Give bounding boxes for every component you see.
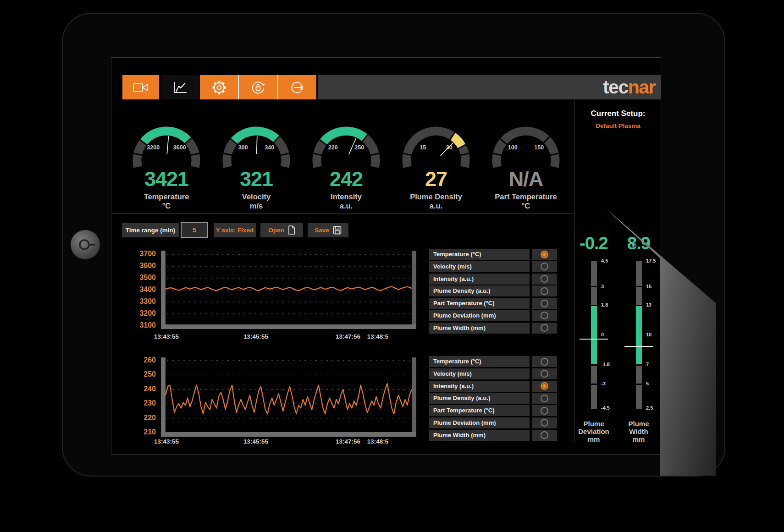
svg-text:30: 30	[446, 144, 453, 151]
y-axis-label: 3600	[130, 262, 156, 271]
channel-row[interactable]: Plume Density (a.u.)	[429, 393, 530, 404]
gauge-value: 27	[425, 169, 447, 190]
time-range-input[interactable]: 5	[181, 222, 208, 238]
channel-radio-cell[interactable]	[532, 298, 557, 309]
toolbar-separator	[238, 75, 239, 99]
channel-row[interactable]: Part Temperature (°C)	[429, 405, 530, 416]
open-button[interactable]: Open	[260, 223, 303, 237]
radio-button[interactable]	[541, 275, 548, 283]
y-axis-label: 220	[130, 414, 156, 423]
gauge-label: Velocity	[242, 192, 271, 201]
gauge-temperature: 320036003421Temperature°C	[121, 121, 211, 210]
radio-button[interactable]	[541, 395, 548, 402]
gauge-label: Temperature	[144, 192, 189, 201]
y-axis-label: 3700	[130, 250, 156, 259]
x-axis-time-label: 13:43:55	[154, 333, 179, 340]
app-screen: tecnar Current Setup: Default-Plasma Tim…	[111, 57, 661, 455]
y-axis-label: 240	[130, 385, 156, 394]
svg-text:220: 220	[328, 144, 338, 151]
radio-button[interactable]	[541, 358, 548, 366]
radio-button[interactable]	[541, 312, 548, 319]
radio-button-selected[interactable]	[541, 251, 548, 258]
channel-row[interactable]: Plume Deviation (mm)	[429, 310, 530, 321]
radio-button[interactable]	[541, 324, 548, 332]
channel-row[interactable]: Velocity (m/s)	[429, 368, 530, 379]
channel-radio-cell[interactable]	[532, 381, 557, 392]
gauge-unit: °C	[522, 202, 530, 210]
tablet-frame: tecnar Current Setup: Default-Plasma Tim…	[62, 13, 725, 477]
gauge-arc: 220250	[305, 121, 387, 168]
meter-needle	[580, 339, 608, 340]
y-axis-label: 210	[130, 428, 156, 437]
y-axis-label: 260	[130, 356, 156, 365]
toolbar-button-exit[interactable]	[278, 75, 316, 99]
radio-button[interactable]	[541, 287, 548, 295]
radio-button[interactable]	[541, 419, 548, 427]
tablet-side-button[interactable]	[71, 230, 100, 259]
channel-radio-cell[interactable]	[532, 285, 557, 296]
y-axis-label: 3300	[130, 297, 156, 307]
channel-row[interactable]: Intensity (a.u.)	[429, 274, 530, 285]
meter-segment	[591, 385, 597, 409]
svg-text:100: 100	[508, 144, 518, 151]
channel-radio-cell[interactable]	[532, 356, 557, 367]
channel-radio-cell[interactable]	[532, 323, 557, 334]
channel-row[interactable]: Temperature (°C)	[429, 356, 530, 367]
meter-tick-label: 3	[601, 284, 618, 289]
toolbar-button-settings[interactable]	[200, 75, 238, 99]
gauge-label: Part Temperature	[495, 192, 557, 201]
save-button[interactable]: Save	[308, 223, 348, 237]
channel-row[interactable]: Temperature (°C)	[429, 249, 530, 260]
channel-row[interactable]: Velocity (m/s)	[429, 261, 530, 272]
meter-tick-label: 4.5	[601, 258, 618, 263]
toolbar-button-lock-reset[interactable]	[239, 75, 277, 99]
channel-row[interactable]: Plume Density (a.u.)	[429, 285, 530, 296]
current-setup-value: Default-Plasma	[575, 122, 661, 129]
channel-radio-cell[interactable]	[532, 393, 557, 404]
meter-segment	[636, 287, 642, 305]
gauge-arc: 100150	[485, 121, 567, 168]
channel-radio-cell[interactable]	[532, 368, 557, 379]
toolbar-button-trend-selected[interactable]	[162, 75, 199, 99]
gauge-velocity: 300340321Velocitym/s	[211, 121, 301, 210]
channel-radio-cell[interactable]	[532, 430, 557, 441]
svg-text:340: 340	[265, 144, 274, 151]
channel-radio-cell[interactable]	[532, 261, 557, 272]
channel-row[interactable]: Intensity (a.u.)	[429, 381, 530, 392]
meter-tick-label: 7	[646, 362, 661, 367]
document-icon	[288, 225, 295, 235]
meter-tick-label: 2.5	[646, 405, 661, 411]
toolbar-button-camera[interactable]	[122, 75, 159, 99]
channel-radio-cell[interactable]	[532, 405, 557, 416]
meter-tick-label: 1.8	[601, 302, 618, 307]
radio-button[interactable]	[541, 431, 548, 439]
radio-button[interactable]	[541, 407, 548, 415]
channel-row[interactable]: Plume Width (mm)	[429, 323, 530, 334]
meter-label-line: Plume	[607, 420, 661, 428]
svg-text:300: 300	[238, 144, 248, 151]
meter-segment	[591, 261, 597, 286]
meter-segment	[591, 287, 597, 305]
radio-button-selected[interactable]	[541, 382, 548, 390]
meter-tick-label: -4.5	[601, 405, 618, 411]
y-axis-mode-button[interactable]: Y axis: Fixed	[214, 223, 256, 237]
y-axis-label: 3500	[130, 274, 156, 283]
meter-tick-label: -1.8	[601, 362, 618, 367]
radio-button[interactable]	[541, 300, 548, 307]
meter-tick-label: 5	[646, 381, 661, 386]
gauge-value: N/A	[509, 169, 543, 190]
channel-radio-cell[interactable]	[532, 417, 557, 428]
channel-row[interactable]: Part Temperature (°C)	[429, 298, 530, 309]
radio-button[interactable]	[541, 370, 548, 378]
channel-row[interactable]: Plume Width (mm)	[429, 430, 530, 441]
tecnar-logo: tecnar	[603, 78, 655, 97]
divider-vertical	[574, 100, 575, 442]
channel-row[interactable]: Plume Deviation (mm)	[429, 417, 530, 428]
toolbar-separator	[277, 75, 278, 99]
channel-radio-cell[interactable]	[532, 310, 557, 321]
meter-green-zone	[636, 306, 642, 364]
time-range-button[interactable]: Time range (min)	[122, 223, 179, 237]
radio-button[interactable]	[541, 263, 548, 270]
channel-radio-cell[interactable]	[532, 274, 557, 285]
channel-radio-cell[interactable]	[532, 249, 557, 260]
